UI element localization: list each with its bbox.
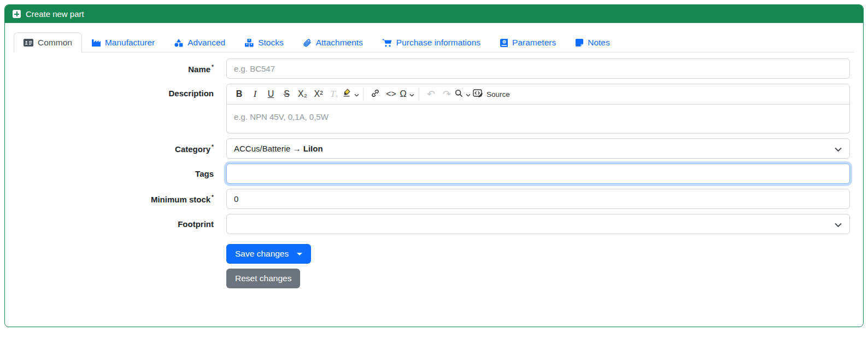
tags-label: Tags — [14, 169, 226, 178]
source-button[interactable]: Source — [471, 86, 512, 102]
redo-button[interactable]: ↷ — [439, 86, 455, 102]
magnifier-icon — [455, 89, 463, 100]
tab-manufacturer[interactable]: Manufacturer — [82, 32, 165, 53]
source-label: Source — [486, 90, 510, 98]
tab-attachments-label: Attachments — [316, 38, 363, 48]
card-body: Common Manufacturer Advanced Stocks — [5, 23, 863, 322]
create-part-card: Create new part Common Manufacturer Adv — [4, 4, 864, 327]
dropdown-caret-icon — [297, 253, 302, 255]
tab-common-label: Common — [38, 38, 72, 48]
tab-purchase-informations[interactable]: Purchase informations — [373, 32, 490, 53]
shapes-icon — [174, 39, 183, 47]
required-mark: * — [212, 194, 214, 200]
find-replace-button[interactable] — [455, 86, 471, 102]
category-select[interactable]: ACCus/Batterie → LiIon — [226, 138, 850, 159]
remove-format-button[interactable]: Tₓ — [326, 86, 342, 102]
page-title: Create new part — [26, 9, 84, 19]
minimum-stock-label: Minimum stock* — [14, 194, 226, 204]
tab-stocks[interactable]: Stocks — [235, 32, 294, 53]
required-mark: * — [212, 64, 214, 70]
sticky-note-icon — [576, 39, 583, 47]
minimum-stock-input[interactable] — [226, 189, 850, 209]
category-value: ACCus/Batterie → — [234, 144, 303, 153]
chevron-down-icon — [466, 89, 471, 99]
toolbar-separator — [363, 88, 363, 101]
tags-input[interactable] — [226, 164, 850, 184]
chevron-down-icon — [835, 144, 842, 153]
tab-advanced[interactable]: Advanced — [165, 32, 235, 53]
save-changes-button[interactable]: Save changes — [226, 244, 311, 264]
card-header: Create new part — [5, 5, 863, 23]
link-icon — [371, 89, 379, 100]
minimum-stock-row: Minimum stock* — [14, 189, 854, 209]
tab-parameters[interactable]: Parameters — [490, 32, 566, 53]
paperclip-icon — [303, 39, 312, 47]
underline-button[interactable]: U — [263, 86, 279, 102]
name-row: Name* — [14, 59, 854, 79]
name-label: Name* — [14, 64, 226, 74]
chevron-down-icon — [409, 89, 414, 99]
save-changes-label: Save changes — [235, 249, 289, 259]
undo-button[interactable]: ↶ — [423, 86, 439, 102]
superscript-button[interactable]: X² — [310, 86, 326, 102]
tab-bar: Common Manufacturer Advanced Stocks — [14, 32, 854, 53]
category-row: Category* ACCus/Batterie → LiIon — [14, 138, 854, 159]
tab-advanced-label: Advanced — [187, 38, 225, 48]
tab-manufacturer-label: Manufacturer — [105, 38, 155, 48]
link-button[interactable] — [367, 86, 383, 102]
footprint-row: Footprint — [14, 214, 854, 234]
subscript-button[interactable]: X₂ — [295, 86, 310, 102]
description-editor[interactable]: e.g. NPN 45V, 0,1A, 0,5W — [226, 104, 850, 133]
reset-changes-button[interactable]: Reset changes — [226, 269, 300, 288]
book-icon — [500, 39, 508, 47]
boxes-icon — [245, 39, 254, 47]
toolbar-separator — [419, 88, 419, 101]
bold-button[interactable]: B — [231, 86, 247, 102]
description-row: Description B I U S X₂ X² Tₓ — [14, 84, 854, 133]
code-button[interactable]: <> — [383, 86, 399, 102]
description-placeholder: e.g. NPN 45V, 0,1A, 0,5W — [234, 112, 329, 121]
tags-row: Tags — [14, 164, 854, 184]
richtext-toolbar: B I U S X₂ X² Tₓ — [226, 84, 850, 104]
cart-icon — [383, 39, 392, 47]
italic-button[interactable]: I — [247, 86, 263, 102]
tab-parameters-label: Parameters — [512, 38, 556, 48]
source-icon — [473, 89, 483, 100]
tab-attachments[interactable]: Attachments — [294, 32, 373, 53]
chevron-down-icon — [835, 219, 842, 229]
footprint-label: Footprint — [14, 219, 226, 229]
category-value-bold: LiIon — [303, 144, 323, 153]
category-label: Category* — [14, 144, 226, 154]
footprint-select[interactable] — [226, 214, 850, 234]
reset-changes-label: Reset changes — [235, 274, 291, 283]
actions-row: Save changes Reset changes — [14, 244, 854, 288]
chevron-down-icon — [354, 89, 359, 99]
name-input[interactable] — [226, 59, 850, 79]
omega-icon: Ω — [400, 89, 407, 100]
tab-stocks-label: Stocks — [258, 38, 284, 48]
tab-notes[interactable]: Notes — [566, 32, 620, 53]
square-plus-icon — [13, 10, 21, 18]
description-label: Description — [14, 84, 226, 98]
highlighter-icon — [342, 89, 351, 100]
factory-icon — [92, 39, 101, 47]
special-characters-button[interactable]: Ω — [399, 86, 415, 102]
tab-purchase-informations-label: Purchase informations — [396, 38, 480, 48]
strikethrough-button[interactable]: S — [279, 86, 295, 102]
required-mark: * — [212, 144, 214, 150]
tab-notes-label: Notes — [588, 38, 610, 48]
highlight-button[interactable] — [342, 86, 359, 102]
tab-common[interactable]: Common — [14, 32, 82, 53]
id-card-icon — [24, 39, 33, 47]
